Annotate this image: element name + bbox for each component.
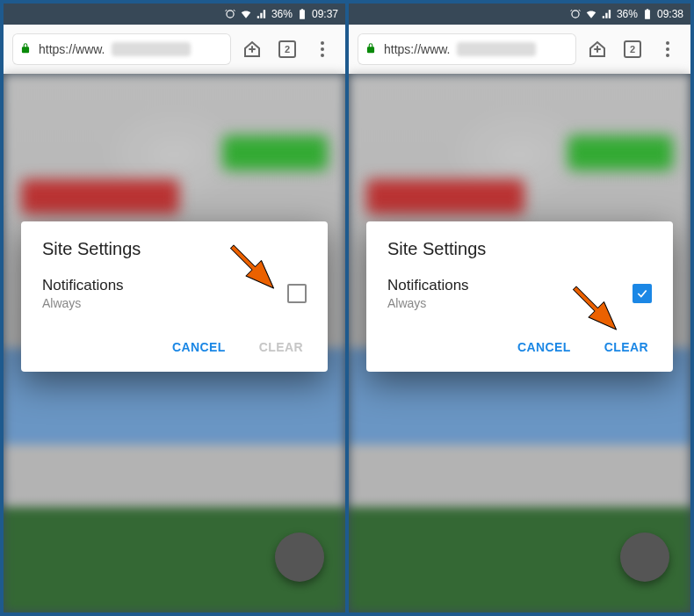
alarm-icon [569,8,582,20]
notif-checkbox[interactable] [633,284,652,303]
svg-marker-0 [231,245,274,288]
lock-icon [19,42,32,57]
signal-icon [256,8,268,20]
status-bar: 36% 09:38 [349,4,690,25]
home-icon[interactable] [238,35,266,63]
battery-pct: 36% [271,8,293,20]
arrow-to-clear [564,280,625,342]
svg-marker-1 [574,286,617,330]
battery-pct: 36% [617,8,638,20]
battery-icon [296,8,308,20]
signal-icon [601,8,613,20]
status-bar: 36% 09:37 [4,4,345,25]
panel-left: 36% 09:37 https://www. 2 Site Settings N… [4,4,345,612]
fab-button[interactable] [620,533,669,582]
battery-icon [641,8,654,20]
alarm-icon [224,8,236,20]
status-time: 09:38 [657,8,683,20]
site-settings-dialog: Site Settings Notifications Always CANCE… [366,221,673,372]
bg-red-blur [366,179,524,214]
home-icon[interactable] [583,35,611,63]
url-blur [457,42,536,56]
notif-checkbox[interactable] [287,284,307,303]
lock-icon [365,42,377,57]
bg-red-blur [21,179,179,214]
tab-count: 2 [624,40,641,58]
url-bar[interactable]: https://www. [358,33,576,65]
status-time: 09:37 [312,8,338,20]
panel-right: 36% 09:38 https://www. 2 Site Settings N… [349,4,690,612]
menu-icon[interactable] [308,35,336,63]
dialog-title: Site Settings [387,239,652,259]
tab-count: 2 [278,40,296,58]
fab-button[interactable] [275,533,324,582]
url-scheme: https://www. [384,42,450,56]
browser-toolbar: https://www. 2 [349,25,690,74]
url-blur [112,42,191,56]
clear-button[interactable]: CLEAR [256,331,307,363]
url-bar[interactable]: https://www. [12,33,231,65]
bg-green-blur [567,135,673,170]
arrow-to-checkbox [221,239,283,301]
url-scheme: https://www. [39,42,105,56]
tabs-icon[interactable]: 2 [618,35,647,63]
cancel-button[interactable]: CANCEL [169,331,229,363]
wifi-icon [240,8,252,20]
menu-icon[interactable] [654,35,682,63]
bg-green-blur [222,135,328,170]
wifi-icon [585,8,597,20]
browser-toolbar: https://www. 2 [4,25,345,74]
tabs-icon[interactable]: 2 [273,35,301,63]
